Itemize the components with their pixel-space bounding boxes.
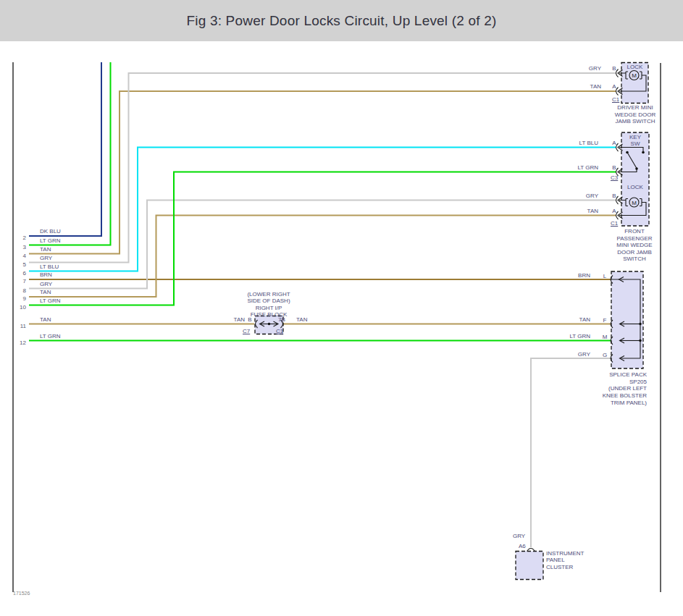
key-pin-b: B — [610, 164, 619, 171]
svg-text:M: M — [632, 200, 637, 206]
splice-pin-l: L — [600, 273, 609, 279]
wire-number: 7 — [14, 278, 26, 284]
fuse-out-color: TAN — [296, 316, 307, 323]
wire-number: 8 — [14, 287, 26, 294]
wire-number: 10 — [14, 304, 26, 311]
wire-9-tan — [29, 216, 616, 298]
lock-pin-b-color: GRY — [562, 193, 598, 199]
splice-pin-f-color: TAN — [554, 316, 590, 323]
splice-pin-l-color: BRN — [554, 272, 590, 279]
driver-pin-b: B — [610, 65, 619, 72]
splice-pack-caption: SPLICE PACK SP205 (UNDER LEFT KNEE BOLST… — [574, 371, 647, 407]
passenger-lock-connector-label: C1 — [611, 220, 618, 227]
driver-pin-a: A — [610, 83, 619, 90]
wire-number: 4 — [14, 253, 26, 259]
driver-connector-label: C1 — [612, 96, 619, 103]
driver-box-label: LOCK — [620, 64, 650, 70]
svg-text:M: M — [632, 72, 637, 79]
diagram-canvas: M M — [0, 0, 683, 616]
doc-number: 171526 — [13, 591, 30, 596]
wire-5-gry — [29, 73, 616, 263]
wire-number: 11 — [14, 323, 26, 329]
key-pin-a-color: LT BLU — [562, 140, 598, 146]
wire-6-ltblu — [29, 148, 616, 271]
splice-pin-g: G — [600, 352, 609, 358]
wiring-diagram-page: Fig 3: Power Door Locks Circuit, Up Leve… — [0, 0, 683, 616]
wire-2-dkblu — [29, 62, 101, 236]
key-connector-label: C3 — [611, 174, 618, 181]
wire-color-label: GRY — [40, 255, 52, 261]
wire-color-label: TAN — [40, 289, 51, 295]
fuse-out-pin: 7B — [278, 316, 285, 323]
splice-pin-g-color: GRY — [554, 351, 590, 358]
wire-color-label: LT GRN — [40, 333, 61, 339]
driver-switch-caption: DRIVER MINI WEDGE DOOR JAMB SWITCH — [604, 104, 666, 125]
instrument-cluster-box — [516, 552, 543, 580]
wire-color-label: DK BLU — [40, 228, 61, 235]
lock-pin-a: A — [610, 208, 619, 214]
wire-color-label: LT GRN — [40, 298, 61, 304]
driver-pin-b-color: GRY — [571, 65, 601, 72]
splice-pin-m: M — [600, 334, 609, 340]
key-sw-label-2: SW — [620, 140, 650, 147]
wire-number: 2 — [14, 235, 26, 241]
passenger-switch-caption: FRONT PASSENGER MINI WEDGE DOOR JAMB SWI… — [598, 228, 671, 263]
splice-pack-box — [611, 271, 643, 368]
fuse-in-connector: C7 — [243, 328, 250, 334]
key-pin-b-color: LT GRN — [562, 164, 598, 171]
fuse-in-pin: B — [246, 316, 253, 323]
wire-3-ltgrn — [29, 62, 111, 245]
key-pin-a: A — [610, 140, 619, 146]
lock-pin-a-color: TAN — [562, 208, 598, 214]
cluster-pin: A6 — [519, 543, 526, 549]
fuse-in-color: TAN — [217, 316, 245, 323]
wire-number: 12 — [14, 339, 26, 346]
cluster-caption: INSTRUMENT PANEL CLUSTER — [546, 550, 584, 570]
wire-color-label: TAN — [40, 246, 51, 253]
driver-pin-a-color: TAN — [571, 83, 601, 90]
wire-number: 9 — [14, 295, 26, 302]
wire-number: 5 — [14, 261, 26, 268]
fuse-out-connector: C1 — [276, 328, 283, 334]
wire-color-label: BRN — [40, 271, 52, 278]
splice-pin-m-color: LT GRN — [554, 333, 590, 339]
wire-number: 6 — [14, 270, 26, 277]
wire-color-label: LT BLU — [40, 263, 59, 270]
wire-color-label: GRY — [40, 281, 52, 287]
cluster-wire-color: GRY — [513, 533, 525, 539]
wire-10-ltgrn — [29, 172, 616, 305]
key-sw-label-1: KEY — [620, 134, 650, 140]
wire-number: 3 — [14, 244, 26, 250]
lock-pin-b: B — [610, 193, 619, 199]
passenger-lock-label: LOCK — [620, 184, 650, 190]
wire-8-gry — [29, 201, 616, 289]
splice-pin-f: F — [600, 317, 609, 324]
wire-color-label: LT GRN — [40, 237, 61, 244]
wire-color-label: TAN — [40, 316, 51, 323]
fuse-block-caption: (LOWER RIGHT SIDE OF DASH) RIGHT I/P FUS… — [232, 291, 305, 318]
